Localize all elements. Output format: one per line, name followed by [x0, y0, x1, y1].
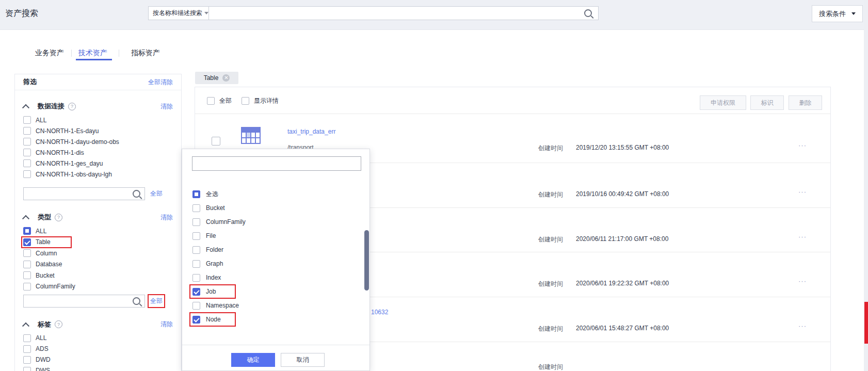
row-checkbox[interactable]	[212, 137, 220, 146]
section-clear-link[interactable]: 清除	[160, 213, 173, 222]
checkbox-label: ALL	[36, 117, 46, 124]
checkbox[interactable]	[23, 227, 31, 235]
popup-option-label: File	[206, 232, 216, 239]
checkbox[interactable]	[23, 334, 31, 342]
search-icon[interactable]	[133, 297, 140, 305]
select-all-checkbox[interactable]	[207, 97, 215, 105]
checkbox[interactable]	[192, 260, 200, 268]
filter-checkbox-row: ColumnFamily	[23, 283, 173, 291]
search-icon[interactable]	[584, 9, 592, 17]
checkbox[interactable]	[23, 271, 31, 279]
clear-all-filters-link[interactable]: 全部清除	[148, 78, 173, 87]
search-input[interactable]	[209, 7, 598, 20]
popup-option-label: 全选	[206, 190, 218, 199]
popup-option-label: Namespace	[206, 302, 239, 309]
section-clear-link[interactable]: 清除	[160, 320, 173, 329]
help-icon[interactable]	[55, 320, 62, 328]
tab-divider	[119, 50, 119, 57]
search-input-wrap	[208, 6, 599, 20]
checkbox[interactable]	[192, 316, 200, 324]
filter-sidebar: 筛选 全部清除 数据连接清除ALLCN-NORTH-1-Es-dayuCN-NO…	[14, 74, 182, 371]
asset-name-link-fragment[interactable]: 10632	[371, 309, 388, 316]
table-icon-cell	[242, 128, 246, 132]
checkbox[interactable]	[23, 159, 31, 167]
checkbox[interactable]	[23, 283, 31, 291]
type-filter-popup: 全选BucketColumnFamilyFileFolderGraphIndex…	[182, 149, 370, 371]
popup-scrollbar[interactable]	[364, 230, 369, 291]
checkbox[interactable]	[192, 246, 200, 254]
search-type-select[interactable]: 按名称和描述搜索	[148, 6, 209, 20]
row-more-actions[interactable]: ···	[798, 188, 807, 196]
filter-all-link[interactable]: 全部	[150, 297, 163, 305]
page-title: 资产搜索	[5, 8, 38, 19]
request-permission-button[interactable]: 申请权限	[700, 95, 746, 110]
checkbox[interactable]	[23, 138, 31, 146]
chip-label: Table	[204, 74, 219, 82]
tag-button[interactable]: 标识	[750, 95, 784, 110]
cancel-button[interactable]: 取消	[281, 353, 325, 367]
search-condition-label: 搜索条件	[819, 9, 846, 19]
popup-search-input[interactable]	[192, 157, 361, 170]
chevron-down-icon	[204, 12, 208, 14]
show-detail-label: 显示详情	[254, 96, 279, 105]
asset-name-link[interactable]: taxi_trip_data_err	[287, 128, 335, 135]
checkbox[interactable]	[23, 261, 31, 268]
row-more-actions[interactable]: ···	[798, 277, 807, 285]
checkbox-label: CN-NORTH-1-dayu-demo-obs	[36, 138, 119, 146]
popup-option-label: Job	[206, 288, 216, 295]
row-more-actions[interactable]: ···	[798, 141, 807, 149]
checkbox[interactable]	[23, 170, 31, 178]
search-icon[interactable]	[133, 190, 140, 198]
filter-checkbox-row: Table	[23, 238, 70, 246]
row-more-actions[interactable]: ···	[798, 233, 807, 240]
collapse-chevron-icon[interactable]	[22, 104, 29, 111]
search-condition-button[interactable]: 搜索条件	[812, 5, 863, 22]
help-icon[interactable]	[68, 103, 76, 110]
filter-checkbox-row: Column	[23, 249, 173, 257]
ok-button[interactable]: 确定	[231, 353, 275, 367]
checkbox[interactable]	[192, 218, 200, 226]
checkbox[interactable]	[192, 232, 200, 240]
checkbox[interactable]	[23, 238, 31, 246]
filter-search-input[interactable]	[28, 190, 133, 198]
checkbox[interactable]	[192, 288, 200, 296]
tab-business-assets[interactable]: 业务资产	[35, 49, 64, 58]
filter-checkbox-row: CN-NORTH-1-dayu-demo-obs	[23, 138, 173, 146]
collapse-chevron-icon[interactable]	[22, 322, 29, 329]
table-icon-cell	[242, 138, 246, 143]
page-scrollbar-red-marker[interactable]	[864, 302, 868, 344]
show-detail-checkbox[interactable]	[242, 97, 249, 105]
checkbox[interactable]	[23, 149, 31, 156]
checkbox[interactable]	[192, 274, 200, 282]
checkbox-label: ADS	[36, 345, 49, 352]
checkbox-label: DWD	[36, 356, 51, 363]
row-more-actions[interactable]: ···	[798, 322, 807, 330]
active-tab-underline	[76, 59, 112, 60]
checkbox[interactable]	[192, 204, 200, 212]
collapse-chevron-icon[interactable]	[22, 215, 29, 222]
filter-all-link[interactable]: 全部	[150, 189, 163, 198]
checkbox[interactable]	[23, 367, 31, 371]
delete-button[interactable]: 删除	[789, 95, 822, 110]
tab-metric-assets[interactable]: 指标资产	[131, 49, 160, 58]
popup-search-wrap	[192, 156, 361, 171]
checkbox[interactable]	[192, 302, 200, 310]
filter-checkbox-row: CN-NORTH-1-Es-dayu	[23, 127, 173, 135]
checkbox-label: Database	[36, 261, 62, 268]
tab-technical-assets[interactable]: 技术资产	[78, 49, 107, 58]
checkbox[interactable]	[23, 345, 31, 353]
checkbox[interactable]	[23, 116, 31, 124]
table-icon-cell	[251, 138, 255, 143]
filter-section-title: 类型	[38, 213, 51, 222]
checkbox[interactable]	[23, 127, 31, 135]
filter-section-header: 类型清除	[23, 213, 173, 222]
results-toolbar: 全部 显示详情 申请权限 标识 删除	[195, 87, 830, 114]
help-icon[interactable]	[55, 214, 62, 221]
checkbox[interactable]	[192, 190, 200, 198]
section-clear-link[interactable]: 清除	[160, 102, 173, 111]
checkbox[interactable]	[23, 356, 31, 364]
filter-search-input[interactable]	[28, 297, 133, 305]
created-time-value: 2019/10/16 00:49:42 GMT +08:00	[576, 190, 669, 198]
chip-close-icon[interactable]: ✕	[222, 74, 230, 82]
checkbox[interactable]	[23, 249, 31, 257]
